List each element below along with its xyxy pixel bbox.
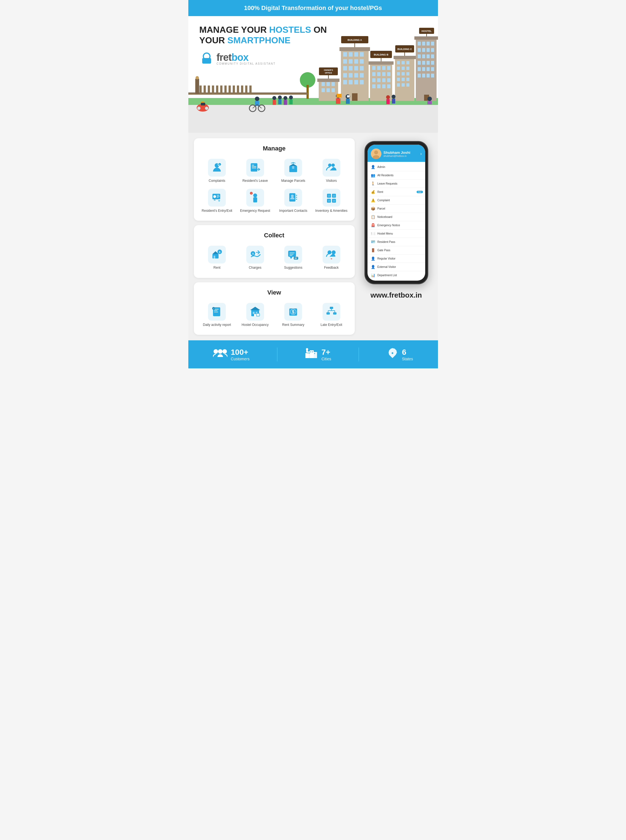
- svg-rect-81: [402, 72, 405, 75]
- leave-label: Resident's Leave: [243, 179, 268, 183]
- phone-menu-emergency[interactable]: 🚨 Emergency Notice: [368, 221, 425, 229]
- manage-inventory[interactable]: ☑ ☑ ☑ ☑ Inventory & Amenities: [314, 189, 349, 213]
- leave-icon: [249, 162, 261, 174]
- svg-rect-79: [406, 67, 409, 70]
- svg-rect-126: [212, 85, 214, 94]
- svg-rect-40: [349, 73, 352, 77]
- view-summary[interactable]: $ Rent Summary: [276, 303, 311, 327]
- svg-point-181: [332, 163, 335, 167]
- phone-menu-menu[interactable]: 🍽️ Hostel Menu: [368, 229, 425, 238]
- svg-rect-130: [228, 85, 231, 94]
- svg-rect-116: [427, 74, 430, 77]
- collect-feedback[interactable]: Feedback: [314, 246, 349, 270]
- svg-rect-42: [360, 73, 364, 77]
- svg-rect-95: [422, 42, 425, 46]
- svg-rect-104: [427, 54, 430, 58]
- svg-text:☑: ☑: [333, 199, 335, 202]
- phone-menu-gatepass[interactable]: 🚪 Gate Pass: [368, 246, 425, 254]
- view-daily[interactable]: ✓ Daily activity report: [199, 303, 235, 327]
- svg-rect-73: [394, 56, 416, 59]
- svg-text:HOSTEL: HOSTEL: [421, 30, 432, 33]
- svg-rect-76: [406, 61, 409, 64]
- rent-icon: $: [211, 248, 223, 261]
- phone-menu-admin[interactable]: 👤 Admin: [368, 163, 425, 171]
- svg-rect-66: [377, 85, 380, 88]
- cities-number: 7+: [321, 348, 331, 357]
- collect-charges[interactable]: $ Charges: [238, 246, 273, 270]
- svg-rect-64: [387, 78, 391, 82]
- states-svg: [387, 347, 399, 359]
- svg-rect-102: [418, 54, 421, 58]
- customers-number: 100+: [231, 348, 250, 357]
- website-url[interactable]: www.fretbox.in: [371, 291, 422, 300]
- svg-rect-30: [360, 52, 364, 57]
- svg-rect-35: [343, 66, 347, 71]
- view-late[interactable]: ↕ ↕ Late Entry/Exit: [314, 303, 349, 327]
- svg-rect-129: [224, 85, 227, 94]
- svg-text:BUILDING C: BUILDING C: [397, 48, 412, 50]
- svg-rect-94: [418, 42, 421, 46]
- svg-rect-17: [332, 82, 335, 86]
- svg-rect-55: [382, 66, 385, 70]
- rent-icon-box: $: [208, 246, 226, 264]
- entry-icon-box: [208, 189, 226, 207]
- svg-rect-97: [431, 42, 434, 46]
- phone-menu-complaint[interactable]: ⚠️ Complaint: [368, 196, 425, 204]
- svg-point-140: [205, 107, 208, 110]
- phone-menu-residents[interactable]: 👥 All Residents: [368, 171, 425, 180]
- stat-divider-2: [358, 347, 359, 361]
- collect-rent[interactable]: $ Rent: [199, 246, 235, 270]
- phone-menu-parcel[interactable]: 📦 Parcel: [368, 204, 425, 213]
- manage-visitors[interactable]: Visitors: [314, 159, 349, 183]
- svg-rect-114: [418, 74, 421, 77]
- svg-rect-260: [312, 352, 313, 352]
- manage-emergency[interactable]: ! ! Emergency Request: [238, 189, 273, 213]
- manage-entry[interactable]: Resident's Entry/Exit: [199, 189, 235, 213]
- manage-complaints[interactable]: ! Complaints: [199, 159, 235, 183]
- phone-menu-regular-visitor[interactable]: 👤 Regular Visitor: [368, 254, 425, 263]
- svg-point-183: [213, 195, 216, 198]
- phone-menu-department[interactable]: 📊 Department List: [368, 271, 425, 279]
- svg-rect-111: [422, 67, 425, 71]
- svg-rect-152: [278, 99, 282, 104]
- manage-leave[interactable]: Resident's Leave: [238, 159, 273, 183]
- svg-rect-158: [336, 98, 340, 104]
- phone-chevron-icon[interactable]: ›: [420, 151, 422, 156]
- svg-rect-60: [387, 72, 391, 76]
- svg-rect-62: [377, 78, 380, 82]
- svg-rect-107: [422, 61, 425, 65]
- stat-divider-1: [277, 347, 277, 361]
- svg-rect-263: [306, 350, 308, 353]
- manage-parcels[interactable]: Manage Parcels: [276, 159, 311, 183]
- visitors-icon-box: [322, 159, 340, 177]
- suggestions-icon: [287, 248, 299, 261]
- svg-point-153: [283, 96, 287, 100]
- svg-rect-47: [352, 93, 357, 101]
- phone-menu-noticeboard[interactable]: 📋 Noticeboard: [368, 213, 425, 221]
- manage-contacts[interactable]: Important Contacts: [276, 189, 311, 213]
- parcels-label: Manage Parcels: [281, 179, 305, 183]
- svg-point-137: [196, 76, 199, 79]
- svg-rect-112: [427, 67, 430, 71]
- phone-menu-leave[interactable]: 🚶 Leave Requests: [368, 180, 425, 188]
- phone-menu-rent[interactable]: 💰 Rent Due: [368, 188, 425, 196]
- phone-menu-respass[interactable]: 🪪 Resident Pass: [368, 238, 425, 246]
- svg-rect-256: [314, 352, 317, 358]
- svg-point-143: [255, 97, 259, 101]
- svg-rect-88: [406, 83, 409, 86]
- svg-rect-28: [349, 52, 352, 57]
- manage-grid: ! Complaints R: [199, 159, 349, 213]
- svg-rect-80: [397, 72, 400, 75]
- svg-rect-174: [252, 166, 256, 167]
- collect-suggestions[interactable]: Suggestions: [276, 246, 311, 270]
- svg-rect-57: [372, 72, 376, 76]
- svg-rect-259: [310, 352, 311, 352]
- view-occupancy[interactable]: Hostel Occupancy: [238, 303, 273, 327]
- svg-text:BUILDING A: BUILDING A: [347, 39, 362, 41]
- customers-text: 100+ Customers: [231, 348, 250, 361]
- visitors-icon: [326, 162, 338, 174]
- svg-rect-53: [372, 66, 376, 70]
- svg-rect-85: [406, 78, 409, 81]
- phone-menu-external-visitor[interactable]: 👤 External Visitor: [368, 263, 425, 271]
- phone-user-email: shubham@fretbox.in: [383, 155, 410, 157]
